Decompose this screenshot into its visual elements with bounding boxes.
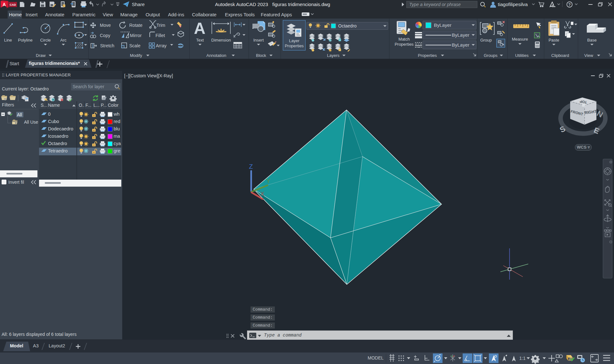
svg-text:Z: Z	[249, 163, 253, 170]
svg-text:Y: Y	[266, 177, 270, 184]
svg-text:?: ?	[568, 3, 570, 7]
svg-text:N: N	[595, 109, 604, 119]
svg-text:1:1: 1:1	[519, 356, 526, 361]
svg-text:CAD: CAD	[10, 3, 16, 6]
svg-text:A: A	[3, 2, 6, 7]
svg-text:X: X	[260, 191, 264, 197]
svg-text:A: A	[194, 19, 205, 37]
